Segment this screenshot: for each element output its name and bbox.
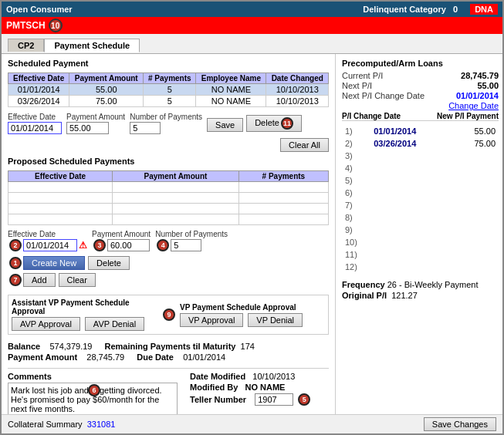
proposed-row-4 — [8, 214, 329, 225]
pay-amount-input[interactable] — [66, 122, 109, 134]
pi-row: 11) — [343, 249, 497, 260]
eff-date-input[interactable] — [8, 122, 62, 134]
proposed-row-2 — [8, 193, 329, 204]
frequency-row: Frequency 26 - Bi-Weekly Payment Origina… — [342, 280, 499, 300]
clear-button[interactable]: Clear — [59, 273, 96, 287]
badge-1: 1 — [9, 257, 22, 269]
scheduled-row-2[interactable]: 03/26/2014 75.00 5 NO NAME 10/10/2013 — [8, 96, 329, 107]
teller-number-input[interactable] — [255, 393, 293, 406]
prop-col-num-pay: # Payments — [238, 171, 328, 182]
avp-section-label: Assistant VP Payment Schedule Approval — [12, 298, 130, 315]
delete-badge-11: 11 — [281, 117, 293, 130]
scheduled-row-1[interactable]: 01/01/2014 55.00 5 NO NAME 10/10/2013 — [8, 84, 329, 96]
pi-row: 3) — [343, 150, 497, 161]
window-title: Open Consumer — [6, 5, 73, 14]
avp-denial-button[interactable]: AVP Denial — [85, 317, 144, 331]
title-bar: Open Consumer Delinquent Category 0 DNA — [2, 2, 502, 17]
summary-section: Balance 574,379.19 Remaining Payments ti… — [8, 342, 329, 362]
pi-row: 7) — [343, 200, 497, 211]
left-panel: Scheduled Payment Effective Date Payment… — [2, 54, 335, 414]
badge-4: 4 — [157, 239, 169, 251]
col-payment-amount: Payment Amount — [69, 73, 144, 84]
comments-section: Comments 6 Date Modified 10/10/2013 Modi… — [8, 368, 329, 414]
pay-amount-label: Payment Amount — [66, 113, 125, 121]
proposed-row-1 — [8, 182, 329, 193]
pi-row: 9) — [343, 224, 497, 235]
change-date-link[interactable]: Change Date — [448, 101, 499, 110]
pi-row: 5) — [343, 175, 497, 186]
pi-row: 2) 03/26/2014 75.00 — [343, 138, 497, 149]
badge-6: 6 — [88, 384, 100, 396]
collateral-label: Collateral Summary — [8, 420, 83, 429]
tab-cp2[interactable]: CP2 — [8, 39, 44, 52]
right-panel: Precomputed/Arm Loans Current P/I 28,745… — [335, 54, 502, 414]
delete-button[interactable]: Delete11 — [246, 115, 302, 132]
badge-7: 7 — [9, 274, 22, 286]
comments-label: Comments — [8, 372, 178, 381]
tabs-row: CP2 Payment Schedule — [2, 34, 502, 54]
col-effective-date: Effective Date — [8, 73, 69, 84]
collateral-link[interactable]: 331081 — [87, 420, 116, 429]
pi-row: 4) — [343, 163, 497, 174]
prop-col-eff-date: Effective Date — [8, 171, 113, 182]
avp-approval-button[interactable]: AVP Approval — [12, 317, 80, 331]
prop-num-pay-input[interactable] — [171, 239, 201, 251]
new-pi-header: New P/I Payment — [437, 112, 499, 120]
badge-3: 3 — [93, 239, 106, 251]
col-date-changed: Date Changed — [266, 73, 329, 84]
badge-9: 9 — [163, 309, 175, 321]
eff-date-label: Effective Date — [8, 113, 62, 121]
pmtsch-bar: PMTSCH 10 — [2, 17, 502, 34]
date-modified-panel: Date Modified 10/10/2013 Modified By NO … — [190, 372, 329, 414]
num-pay-label: Number of Payments — [130, 113, 202, 121]
precomputed-title: Precomputed/Arm Loans — [342, 59, 499, 68]
num-pay-input[interactable] — [130, 122, 161, 134]
prop-delete-button[interactable]: Delete — [88, 256, 130, 270]
pi-row: 1) 01/01/2014 55.00 — [343, 126, 497, 137]
prop-col-pay-amount: Payment Amount — [113, 171, 239, 182]
proposed-table: Effective Date Payment Amount # Payments — [8, 170, 329, 225]
pi-change-date-header: P/I Change Date — [342, 112, 401, 120]
col-employee-name: Employee Name — [196, 73, 266, 84]
scheduled-payment-table: Effective Date Payment Amount # Payments… — [8, 72, 329, 107]
prop-eff-date-label: Effective Date — [8, 230, 87, 238]
badge-5: 5 — [298, 393, 310, 406]
pi-row: 6) — [343, 187, 497, 198]
scheduled-form-row: Effective Date Payment Amount Number of … — [8, 113, 329, 134]
prop-pay-amount-label: Payment Amount — [92, 230, 151, 238]
badge-2: 2 — [9, 239, 22, 251]
save-changes-button[interactable]: Save Changes — [424, 417, 496, 431]
vp-section-label: VP Payment Schedule Approval — [180, 303, 296, 312]
dna-badge: DNA — [470, 4, 498, 15]
tab-payment-schedule[interactable]: Payment Schedule — [44, 39, 140, 52]
prop-eff-date-input[interactable] — [23, 239, 77, 251]
delinquent-label: Delinquent Category 0 — [363, 5, 458, 14]
save-button[interactable]: Save — [207, 118, 243, 132]
scheduled-payment-title: Scheduled Payment — [8, 59, 329, 68]
prop-num-pay-label: Number of Payments — [155, 230, 228, 238]
pmtsch-badge: 10 — [49, 19, 63, 32]
add-button[interactable]: Add — [23, 273, 56, 287]
proposed-form-row: Effective Date 2 ⚠ Payment Amount 3 Nu — [8, 230, 329, 287]
create-new-button[interactable]: Create New — [23, 256, 85, 270]
error-icon: ⚠ — [79, 240, 87, 251]
vp-denial-button[interactable]: VP Denial — [248, 313, 303, 327]
bottom-bar: Collateral Summary 331081 Save Changes — [2, 414, 502, 433]
pi-table: 1) 01/01/2014 55.00 2) 03/26/2014 75.00 … — [342, 124, 499, 274]
clear-all-button[interactable]: Clear All — [280, 138, 329, 152]
pi-row: 8) — [343, 212, 497, 223]
approval-section: Assistant VP Payment Schedule Approval A… — [8, 295, 329, 335]
proposed-row-3 — [8, 204, 329, 214]
prop-pay-amount-input[interactable] — [107, 239, 150, 251]
proposed-title: Proposed Scheduled Payments — [8, 157, 329, 166]
vp-approval-button[interactable]: VP Approval — [180, 313, 243, 327]
col-num-payments: # Payments — [144, 73, 196, 84]
pi-row: 10) — [343, 237, 497, 248]
pi-row: 12) — [343, 261, 497, 272]
